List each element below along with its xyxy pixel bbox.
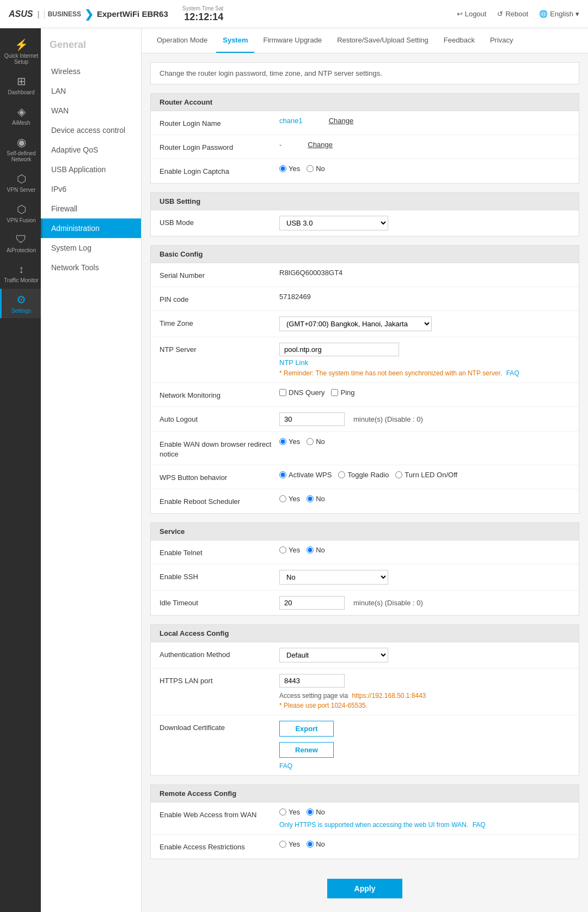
https-lan-port-input[interactable] (279, 674, 345, 688)
reboot-button[interactable]: ↺ Reboot (497, 10, 528, 18)
apply-button[interactable]: Apply (327, 879, 403, 898)
sidebar-item-ipv6[interactable]: IPv6 (41, 179, 141, 199)
sidebar-item-adaptive-qos[interactable]: Adaptive QoS (41, 140, 141, 160)
wan-redirect-yes-radio[interactable] (279, 438, 286, 445)
sidebar-item-aimesh[interactable]: ◈ AiMesh (0, 101, 41, 130)
router-login-name-change-link[interactable]: Change (329, 117, 354, 125)
restrictions-yes-option[interactable]: Yes (279, 840, 300, 848)
ntp-server-control: NTP Link * Reminder: The system time has… (279, 343, 570, 377)
sidebar-item-lan[interactable]: LAN (41, 81, 141, 101)
export-button[interactable]: Export (279, 721, 334, 737)
tab-system[interactable]: System (216, 28, 254, 53)
ntp-link[interactable]: NTP Link (279, 358, 308, 367)
ping-checkbox[interactable] (331, 389, 338, 396)
sidebar-item-wan[interactable]: WAN (41, 101, 141, 120)
ntp-server-input[interactable] (279, 343, 399, 356)
tab-restore-save[interactable]: Restore/Save/Upload Setting (330, 28, 435, 53)
telnet-no-radio[interactable] (307, 546, 314, 554)
main-content: Operation Mode System Firmware Upgrade R… (142, 28, 588, 912)
sidebar-item-wireless[interactable]: Wireless (41, 62, 141, 81)
telnet-yes-option[interactable]: Yes (279, 546, 300, 554)
tab-feedback[interactable]: Feedback (437, 28, 481, 53)
web-access-faq-link[interactable]: FAQ (473, 821, 486, 829)
reboot-yes-label: Yes (289, 495, 300, 503)
https-lan-link[interactable]: https://192.168.50.1:8443 (352, 692, 426, 700)
web-access-yes-radio[interactable] (279, 808, 286, 816)
telnet-yes-radio[interactable] (279, 546, 286, 554)
wps-activate-radio[interactable] (279, 471, 286, 478)
wps-toggle-label: Toggle Radio (347, 471, 389, 479)
sidebar-item-label: Dashboard (8, 89, 35, 95)
restrictions-no-option[interactable]: No (307, 840, 325, 848)
wps-led-label: Turn LED On/Off (405, 471, 457, 479)
sidebar-item-settings[interactable]: ⚙ Settings (0, 289, 41, 318)
restrictions-yes-radio[interactable] (279, 841, 286, 848)
wps-toggle-radio[interactable] (338, 471, 345, 478)
network-monitoring-control: DNS Query Ping (279, 388, 570, 397)
usb-mode-select[interactable]: USB 3.0 USB 2.0 (279, 216, 388, 230)
sidebar-item-usb-application[interactable]: USB Application (41, 160, 141, 179)
tab-operation-mode[interactable]: Operation Mode (150, 28, 214, 53)
sidebar-item-device-access[interactable]: Device access control (41, 120, 141, 140)
wan-redirect-yes-option[interactable]: Yes (279, 437, 300, 446)
sidebar-item-vpn-server[interactable]: ⬡ VPN Server (0, 168, 41, 197)
logout-button[interactable]: ↩ Logout (457, 10, 487, 18)
login-captcha-yes-radio[interactable] (279, 165, 286, 172)
router-login-password-change-link[interactable]: Change (308, 141, 333, 149)
serial-number-row: Serial Number R8IG6Q600038GT4 (151, 263, 579, 287)
web-access-no-option[interactable]: No (307, 808, 325, 816)
telnet-yes-label: Yes (289, 546, 300, 554)
sidebar-item-self-defined[interactable]: ◉ Self-defined Network (0, 131, 41, 167)
sidebar-item-vpn-fusion[interactable]: ⬡ VPN Fusion (0, 198, 41, 228)
login-captcha-yes-option[interactable]: Yes (279, 165, 300, 173)
reboot-yes-radio[interactable] (279, 495, 286, 502)
auth-method-select[interactable]: Default Radius LDAP (279, 648, 388, 662)
reboot-no-option[interactable]: No (307, 495, 325, 503)
wps-toggle-option[interactable]: Toggle Radio (338, 471, 389, 479)
sidebar-item-aiprotection[interactable]: 🛡 AiProtection (0, 229, 41, 258)
serial-number-label: Serial Number (160, 269, 279, 281)
reboot-no-radio[interactable] (307, 495, 314, 502)
content-area: Change the router login password, time z… (142, 53, 588, 912)
auto-logout-input[interactable] (279, 412, 345, 426)
wan-redirect-no-radio[interactable] (307, 438, 314, 445)
web-access-no-radio[interactable] (307, 808, 314, 816)
sidebar-item-quick-internet[interactable]: ⚡ Quick Internet Setup (0, 34, 41, 69)
sidebar-item-traffic-monitor[interactable]: ↕ Traffic Monitor (0, 259, 41, 288)
login-captcha-no-radio[interactable] (307, 165, 314, 172)
wan-redirect-row: Enable WAN down browser redirect notice … (151, 432, 579, 465)
web-access-yes-label: Yes (289, 808, 300, 816)
sidebar-item-dashboard[interactable]: ⊞ Dashboard (0, 70, 41, 100)
idle-timeout-input[interactable] (279, 596, 345, 610)
login-captcha-no-label: No (316, 165, 325, 173)
cert-faq-link[interactable]: FAQ (279, 762, 292, 770)
wps-led-option[interactable]: Turn LED On/Off (395, 471, 457, 479)
wps-activate-option[interactable]: Activate WPS (279, 471, 332, 479)
renew-button[interactable]: Renew (279, 742, 334, 758)
sidebar-item-firewall[interactable]: Firewall (41, 199, 141, 218)
tab-privacy[interactable]: Privacy (483, 28, 520, 53)
time-zone-select[interactable]: (GMT+07:00) Bangkok, Hanoi, Jakarta (279, 317, 432, 331)
dns-query-option[interactable]: DNS Query (279, 388, 324, 397)
tab-firmware-upgrade[interactable]: Firmware Upgrade (256, 28, 328, 53)
sidebar-item-administration[interactable]: Administration (41, 218, 141, 238)
reboot-yes-option[interactable]: Yes (279, 495, 300, 503)
web-access-yes-option[interactable]: Yes (279, 808, 300, 816)
wps-led-radio[interactable] (395, 471, 402, 478)
ntp-faq-link[interactable]: FAQ (506, 369, 519, 377)
language-selector[interactable]: 🌐 English ▾ (539, 10, 579, 18)
restrictions-no-radio[interactable] (307, 841, 314, 848)
router-account-section: Router Account Router Login Name chane1 … (150, 93, 579, 184)
ping-option[interactable]: Ping (331, 388, 354, 397)
sidebar-item-label: Traffic Monitor (4, 277, 38, 283)
logout-label: Logout (465, 10, 487, 18)
reboot-scheduler-label: Enable Reboot Scheduler (160, 495, 279, 507)
enable-ssh-select[interactable]: No Yes LAN Only (279, 570, 388, 585)
telnet-no-option[interactable]: No (307, 546, 325, 554)
wan-redirect-no-option[interactable]: No (307, 437, 325, 446)
sidebar-item-network-tools[interactable]: Network Tools (41, 258, 141, 277)
dns-query-checkbox[interactable] (279, 389, 286, 396)
enable-telnet-row: Enable Telnet Yes No (151, 540, 579, 564)
login-captcha-no-option[interactable]: No (307, 165, 325, 173)
sidebar-item-system-log[interactable]: System Log (41, 238, 141, 258)
